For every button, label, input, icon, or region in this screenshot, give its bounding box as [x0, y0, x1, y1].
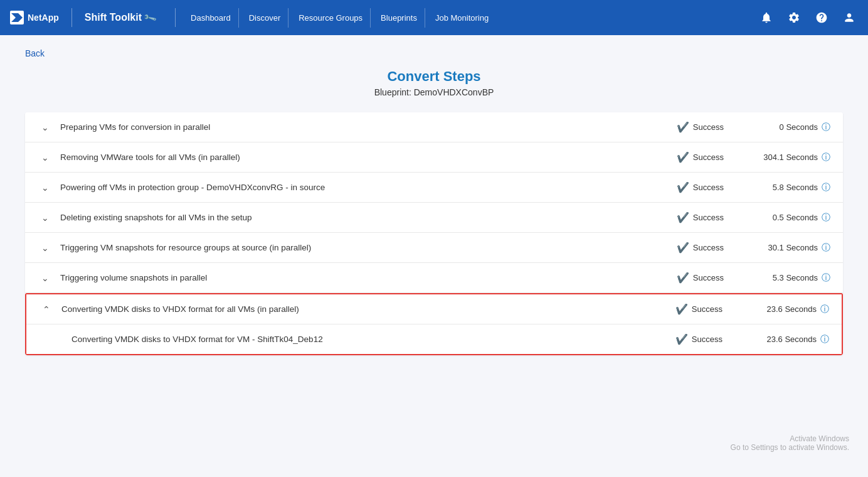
netapp-logo: NetApp	[10, 11, 59, 24]
status-text-7: Success	[692, 304, 722, 314]
success-icon-6: ✔️	[677, 272, 689, 284]
expand-icon-3[interactable]: ⌄	[38, 183, 53, 193]
step-name-2: Removing VMWare tools for all VMs (in pa…	[53, 153, 661, 162]
duration-text-6: 5.3 Seconds	[773, 273, 818, 282]
step-duration-7: 23.6 Seconds ⓘ	[748, 304, 829, 315]
success-icon-7: ✔️	[675, 303, 688, 315]
step-status-6: ✔️ Success	[661, 272, 724, 284]
duration-text-3: 5.8 Seconds	[773, 183, 818, 192]
nav-divider	[175, 8, 176, 27]
nav-item-dashboard[interactable]: Dashboard	[183, 8, 239, 28]
netapp-label: NetApp	[28, 13, 59, 23]
gear-icon[interactable]	[785, 9, 803, 26]
expand-icon-1[interactable]: ⌄	[38, 122, 53, 132]
info-icon-1[interactable]: ⓘ	[822, 122, 830, 133]
expand-icon-4[interactable]: ⌄	[38, 213, 53, 223]
main-content: Back Convert Steps Blueprint: DemoVHDXCo…	[0, 35, 868, 477]
step-status-7: ✔️ Success	[660, 303, 722, 315]
expand-icon-6[interactable]: ⌄	[38, 273, 53, 283]
duration-text-child-7-1: 23.6 Seconds	[766, 335, 817, 344]
page-header: Convert Steps Blueprint: DemoVHDXConvBP	[25, 68, 843, 97]
nav-item-job-monitoring[interactable]: Job Monitoring	[428, 8, 496, 28]
step-duration-1: 0 Seconds ⓘ	[749, 122, 830, 133]
step-duration-5: 30.1 Seconds ⓘ	[749, 242, 830, 254]
shift-toolkit-label: Shift Toolkit 🔧	[85, 12, 155, 23]
success-icon-4: ✔️	[677, 212, 689, 223]
info-icon-6[interactable]: ⓘ	[822, 272, 830, 284]
step-duration-2: 304.1 Seconds ⓘ	[749, 152, 830, 163]
expand-icon-7[interactable]: ⌃	[39, 304, 54, 314]
success-icon-3: ✔️	[677, 181, 689, 193]
page-title: Convert Steps	[25, 68, 843, 85]
status-text-5: Success	[693, 243, 724, 252]
duration-text-1: 0 Seconds	[780, 122, 818, 132]
step-row-7: ⌃ Converting VMDK disks to VHDX format f…	[26, 294, 842, 324]
duration-text-7: 23.6 Seconds	[766, 304, 817, 314]
user-icon[interactable]	[840, 9, 858, 26]
step-row-3: ⌄ Powering off VMs in protection group -…	[25, 173, 843, 203]
status-text-4: Success	[693, 213, 724, 222]
step-duration-4: 0.5 Seconds ⓘ	[749, 212, 830, 223]
step-row-4: ⌄ Deleting existing snapshots for all VM…	[25, 203, 843, 233]
highlighted-step-section: ⌃ Converting VMDK disks to VHDX format f…	[25, 293, 843, 355]
step-child-status-7-1: ✔️ Success	[660, 333, 722, 345]
steps-table: ⌄ Preparing VMs for conversion in parall…	[25, 112, 843, 355]
success-icon-child-7-1: ✔️	[675, 333, 688, 345]
step-row-5: ⌄ Triggering VM snapshots for resource g…	[25, 233, 843, 263]
step-row-1: ⌄ Preparing VMs for conversion in parall…	[25, 112, 843, 142]
status-text-child-7-1: Success	[692, 335, 722, 344]
nav-item-discover[interactable]: Discover	[241, 8, 289, 28]
step-name-1: Preparing VMs for conversion in parallel	[53, 122, 661, 132]
brand: NetApp Shift Toolkit 🔧	[10, 8, 155, 27]
info-icon-4[interactable]: ⓘ	[822, 212, 830, 223]
nav-item-resource-groups[interactable]: Resource Groups	[291, 8, 371, 28]
info-icon-3[interactable]: ⓘ	[822, 182, 830, 193]
step-name-6: Triggering volume snapshots in parallel	[53, 273, 661, 282]
nav-menu: Dashboard Discover Resource Groups Bluep…	[183, 8, 758, 28]
step-duration-3: 5.8 Seconds ⓘ	[749, 182, 830, 193]
info-icon-child-7-1[interactable]: ⓘ	[820, 334, 829, 345]
step-name-7: Converting VMDK disks to VHDX format for…	[54, 304, 660, 314]
info-icon-5[interactable]: ⓘ	[822, 242, 830, 254]
expand-icon-2[interactable]: ⌄	[38, 153, 53, 163]
status-text-3: Success	[693, 183, 724, 192]
success-icon-2: ✔️	[677, 151, 689, 163]
duration-text-4: 0.5 Seconds	[773, 213, 818, 222]
info-icon-2[interactable]: ⓘ	[822, 152, 830, 163]
brand-divider	[71, 8, 72, 27]
step-status-5: ✔️ Success	[661, 242, 724, 254]
step-child-row-7-1: Converting VMDK disks to VHDX format for…	[26, 324, 842, 354]
help-icon[interactable]	[813, 9, 830, 26]
navbar: NetApp Shift Toolkit 🔧 Dashboard Discove…	[0, 0, 868, 35]
step-row-6: ⌄ Triggering volume snapshots in paralle…	[25, 263, 843, 293]
step-row-2: ⌄ Removing VMWare tools for all VMs (in …	[25, 142, 843, 173]
wrench-icon: 🔧	[142, 11, 157, 24]
netapp-logo-icon	[10, 11, 24, 24]
duration-text-5: 30.1 Seconds	[768, 243, 818, 252]
step-status-3: ✔️ Success	[661, 181, 724, 193]
step-name-5: Triggering VM snapshots for resource gro…	[53, 243, 661, 252]
step-child-duration-7-1: 23.6 Seconds ⓘ	[748, 334, 829, 345]
step-status-2: ✔️ Success	[661, 151, 724, 163]
step-name-4: Deleting existing snapshots for all VMs …	[53, 213, 661, 222]
step-child-name-7-1: Converting VMDK disks to VHDX format for…	[64, 335, 660, 344]
step-name-3: Powering off VMs in protection group - D…	[53, 183, 661, 192]
info-icon-7[interactable]: ⓘ	[820, 304, 829, 315]
nav-item-blueprints[interactable]: Blueprints	[373, 8, 425, 28]
back-button[interactable]: Back	[25, 48, 45, 58]
status-text-1: Success	[693, 122, 724, 132]
status-text-2: Success	[693, 153, 724, 162]
success-icon-5: ✔️	[677, 242, 689, 254]
navbar-actions	[758, 9, 858, 26]
status-text-6: Success	[693, 273, 724, 282]
expand-icon-5[interactable]: ⌄	[38, 243, 53, 253]
blueprint-subtitle: Blueprint: DemoVHDXConvBP	[25, 87, 843, 97]
success-icon-1: ✔️	[677, 121, 689, 133]
duration-text-2: 304.1 Seconds	[763, 153, 818, 162]
step-status-1: ✔️ Success	[661, 121, 724, 133]
step-status-4: ✔️ Success	[661, 212, 724, 223]
bell-icon[interactable]	[758, 9, 775, 26]
step-duration-6: 5.3 Seconds ⓘ	[749, 272, 830, 284]
